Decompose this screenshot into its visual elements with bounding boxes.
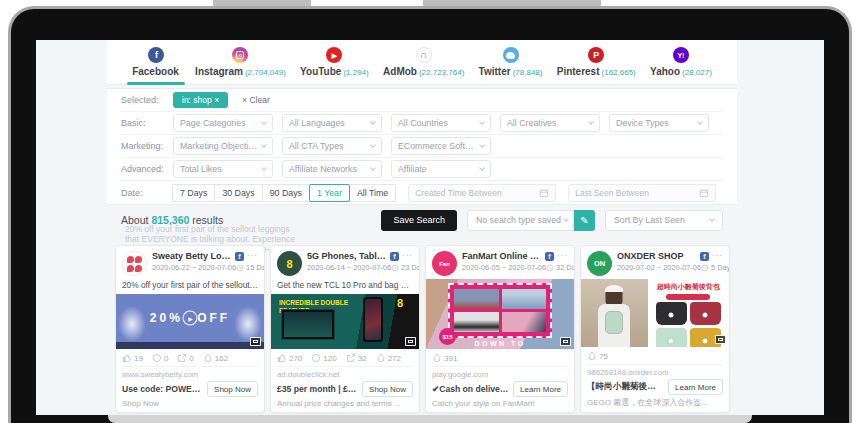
ad-duration: 23 Days xyxy=(401,263,420,272)
ad-creative[interactable]: 20% OFF ▶ xyxy=(116,294,264,349)
play-icon[interactable]: ▶ xyxy=(183,311,198,326)
more-icon[interactable]: ··· xyxy=(247,254,258,258)
ad-card: Sweaty Betty London | Wom... f··· 2020-0… xyxy=(115,245,265,413)
ad-description: Catch your style on FanMart! xyxy=(426,399,574,412)
results-count: 815,360 xyxy=(151,214,189,226)
ad-duration: 15 Days xyxy=(246,263,265,272)
last-seen-input[interactable]: Last Seen Between xyxy=(568,184,716,202)
date-range-90-days[interactable]: 90 Days xyxy=(262,184,310,202)
cta-types-dropdown[interactable]: All CTA Types xyxy=(282,137,382,155)
ad-description: GEGO 嚴選，在全球深入合作迄... xyxy=(581,397,729,412)
media-type-icon xyxy=(250,337,261,346)
clock-icon xyxy=(236,264,244,272)
ad-text: 20% off your first pair of the sellout l… xyxy=(116,276,264,291)
tab-label: Instagram(2,704,049) xyxy=(195,66,286,77)
saved-search-dropdown[interactable]: No search type saved xyxy=(467,210,574,231)
marketing-objectives-dropdown[interactable]: Marketing Objectives xyxy=(173,137,273,155)
basic-filters-row: Basic: Page Categories All Languages All… xyxy=(121,112,723,135)
ad-stats: 75 xyxy=(581,347,729,364)
ad-results-grid: Sweaty Betty London | Wom... f··· 2020-0… xyxy=(115,245,730,413)
ad-stats: 270 120 32 272 xyxy=(271,349,419,366)
tab-count: (1,294) xyxy=(343,68,368,77)
date-range-30-days[interactable]: 30 Days xyxy=(214,184,262,202)
cta-button[interactable]: Shop Now xyxy=(362,381,413,397)
pencil-icon: ✎ xyxy=(580,215,588,226)
calendar-icon xyxy=(539,188,549,198)
row-label: Date: xyxy=(121,188,173,198)
clock-icon xyxy=(546,264,554,272)
cta-button[interactable]: Shop Now xyxy=(207,381,258,397)
chevron-down-icon xyxy=(261,142,267,148)
date-range-all-time[interactable]: All Time xyxy=(349,184,396,202)
tab-admob[interactable]: ∩ AdMob(22,723,764) xyxy=(383,40,464,85)
tab-twitter[interactable]: Twitter(78,848) xyxy=(479,40,543,85)
chevron-down-icon xyxy=(261,119,267,125)
cta-button[interactable]: Learn More xyxy=(668,379,723,395)
ad-creative[interactable]: $15 DOWN TO xyxy=(426,279,574,349)
tab-youtube[interactable]: ▶ YouTube(1,294) xyxy=(300,40,369,85)
date-range-7-days[interactable]: 7 Days xyxy=(172,184,215,202)
tab-count: (2,704,049) xyxy=(245,68,286,77)
flame-icon xyxy=(203,353,213,363)
chevron-down-icon xyxy=(370,142,376,148)
facebook-badge-icon: f xyxy=(545,252,554,261)
ecommerce-softwares-dropdown[interactable]: ECommerce Softwares xyxy=(391,137,491,155)
ad-creative[interactable]: INCREDIBLE DOUBLE FEATURE 8 xyxy=(271,294,419,349)
advertiser-logo: ON xyxy=(587,251,612,276)
advertiser-name[interactable]: ONXDER SHOP xyxy=(617,251,697,261)
clear-filters-link[interactable]: × Clear xyxy=(242,95,270,105)
affiliate-networks-dropdown[interactable]: Affiliate Networks xyxy=(282,160,382,178)
more-icon[interactable]: ··· xyxy=(712,254,723,258)
row-label: Marketing: xyxy=(121,141,173,151)
affiliate-dropdown[interactable]: Affiliate xyxy=(391,160,491,178)
clock-icon xyxy=(701,264,709,272)
chevron-down-icon xyxy=(709,216,715,222)
ad-description: Shop Now xyxy=(116,399,264,412)
filter-panel: Selected: in: shop × × Clear Basic: Page… xyxy=(107,88,737,205)
edit-saved-search-button[interactable]: ✎ xyxy=(574,210,595,231)
tab-instagram[interactable]: Instagram(2,704,049) xyxy=(195,40,286,85)
languages-dropdown[interactable]: All Languages xyxy=(282,114,382,132)
ad-stats: 19 0 0 162 xyxy=(116,349,264,366)
ad-date-range: 2020-06-05 ~ 2020-07-06 xyxy=(462,263,546,272)
advertiser-name[interactable]: Sweaty Betty London | Wom... xyxy=(152,251,232,261)
instagram-icon xyxy=(232,47,248,63)
calendar-icon xyxy=(699,188,709,198)
countries-dropdown[interactable]: All Countries xyxy=(391,114,491,132)
advertiser-name[interactable]: FanMart Online Shopping - F... xyxy=(462,251,542,261)
advertiser-name[interactable]: 5G Phones, Tablets & SIMs | ... xyxy=(307,251,387,261)
ad-domain: www.sweatybetty.com xyxy=(122,366,258,379)
ad-card: ON ONXDER SHOP f··· 2020-07-02 ~ 2020-07… xyxy=(580,245,730,413)
tab-label: Facebook xyxy=(132,66,181,77)
tab-facebook[interactable]: f Facebook xyxy=(132,40,181,85)
like-icon xyxy=(122,353,132,363)
tab-pinterest[interactable]: P Pinterest(162,665) xyxy=(557,40,636,85)
created-time-input[interactable]: Created Time Between xyxy=(408,184,556,202)
cta-button[interactable]: Learn More xyxy=(513,381,568,397)
ad-creative[interactable]: 超時尚小雛菊後背包 xyxy=(581,279,729,347)
youtube-icon: ▶ xyxy=(326,47,342,63)
tab-count: (162,665) xyxy=(602,68,636,77)
page-categories-dropdown[interactable]: Page Categories xyxy=(173,114,273,132)
more-icon[interactable]: ··· xyxy=(402,254,413,258)
tab-yahoo[interactable]: Y! Yahoo(28,027) xyxy=(650,40,712,85)
twitter-icon xyxy=(503,47,519,63)
total-likes-dropdown[interactable]: Total Likes xyxy=(173,160,273,178)
creatives-dropdown[interactable]: All Creatives xyxy=(500,114,600,132)
comment-icon xyxy=(311,353,321,363)
ad-text: Get the new TCL 10 Pro and bag a free TC… xyxy=(271,276,419,291)
selected-filter-chip[interactable]: in: shop × xyxy=(173,92,228,108)
like-icon xyxy=(277,353,287,363)
save-search-button[interactable]: Save Search xyxy=(381,210,457,231)
date-range-1-year[interactable]: 1 Year xyxy=(309,184,350,202)
creative-text: 超時尚小雛菊後背包 xyxy=(648,282,729,292)
date-filters-row: Date: 7 Days 30 Days 90 Days 1 Year All … xyxy=(121,181,723,204)
ad-headline: 【時尚小雛菊後背包】小雛菊刺... xyxy=(587,381,664,393)
facebook-badge-icon: f xyxy=(700,252,709,261)
yahoo-icon: Y! xyxy=(673,47,689,63)
more-icon[interactable]: ··· xyxy=(557,254,568,258)
sort-dropdown[interactable]: Sort By Last Seen xyxy=(605,210,723,231)
creative-text: DOWN TO xyxy=(426,340,574,347)
ad-date-range: 2020-06-14 ~ 2020-07-06 xyxy=(307,263,391,272)
device-types-dropdown[interactable]: Device Types xyxy=(609,114,709,132)
